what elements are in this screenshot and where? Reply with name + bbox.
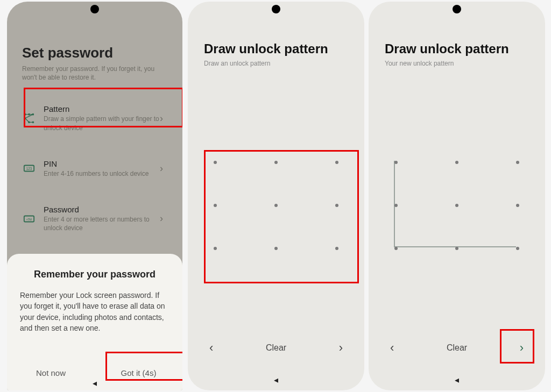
header: Set password Remember your password. If … (7, 2, 182, 89)
option-body: Password Enter 4 or more letters or numb… (44, 205, 160, 232)
phone-set-password: Set password Remember your password. If … (7, 2, 182, 390)
page-title: Draw unlock pattern (385, 41, 529, 56)
canvas: Set password Remember your password. If … (0, 0, 551, 392)
option-sub: Enter 4-16 numbers to unlock device (44, 169, 160, 178)
next-button[interactable]: › (507, 341, 524, 355)
clear-button[interactable]: Clear (225, 343, 327, 353)
page-subtitle: Remember your password. If you forget it… (22, 65, 167, 82)
option-pattern[interactable]: Pattern Draw a simple pattern with your … (7, 98, 182, 138)
got-it-button[interactable]: Got it (4s) (95, 368, 182, 377)
page-subtitle: Your new unlock pattern (385, 60, 529, 67)
option-title: PIN (44, 159, 160, 168)
page-subtitle: Draw an unlock pattern (204, 60, 348, 67)
chevron-right-icon: › (160, 213, 167, 224)
pin-icon: 123 (22, 161, 36, 175)
bottom-sheet: Remember your password Remember your Loc… (7, 254, 182, 390)
option-body: Pattern Draw a simple pattern with your … (44, 104, 160, 132)
option-sub: Enter 4 or more letters or numbers to un… (44, 215, 160, 232)
option-title: Pattern (44, 104, 160, 113)
system-nav[interactable]: ◂ (369, 375, 545, 385)
system-nav[interactable]: ◂ (188, 375, 364, 385)
pattern-icon (22, 111, 36, 125)
page-title: Draw unlock pattern (204, 41, 348, 56)
bottom-nav: ‹ Clear › (188, 341, 364, 355)
header: Draw unlock pattern Your new unlock patt… (369, 2, 545, 67)
pattern-grid[interactable] (214, 161, 338, 268)
back-button[interactable]: ‹ (390, 341, 406, 355)
sheet-body: Remember your Lock screen password. If y… (20, 290, 169, 333)
phone-draw-pattern-drawn: Draw unlock pattern Your new unlock patt… (369, 2, 545, 390)
system-nav[interactable]: ◂ (7, 378, 182, 388)
password-icon: •7M (22, 212, 36, 226)
sheet-title: Remember your password (20, 269, 169, 280)
next-button[interactable]: › (327, 341, 343, 355)
svg-text:123: 123 (26, 167, 32, 170)
pattern-grid[interactable] (394, 161, 519, 268)
not-now-button[interactable]: Not now (7, 368, 95, 377)
page-title: Set password (22, 45, 167, 61)
option-body: PIN Enter 4-16 numbers to unlock device (44, 159, 160, 178)
chevron-right-icon: › (160, 163, 167, 174)
phone-draw-pattern-empty: Draw unlock pattern Draw an unlock patte… (188, 2, 364, 390)
svg-text:•7M: •7M (26, 217, 32, 220)
option-title: Password (44, 205, 160, 214)
header: Draw unlock pattern Draw an unlock patte… (188, 2, 364, 67)
bottom-nav: ‹ Clear › (369, 341, 545, 355)
back-button[interactable]: ‹ (209, 341, 225, 355)
option-password[interactable]: •7M Password Enter 4 or more letters or … (7, 198, 182, 239)
chevron-right-icon: › (160, 113, 167, 124)
option-pin[interactable]: 123 PIN Enter 4-16 numbers to unlock dev… (7, 153, 182, 184)
sheet-buttons: Not now Got it (4s) (7, 368, 182, 377)
option-sub: Draw a simple pattern with your finger t… (44, 115, 160, 132)
clear-button[interactable]: Clear (406, 343, 507, 353)
